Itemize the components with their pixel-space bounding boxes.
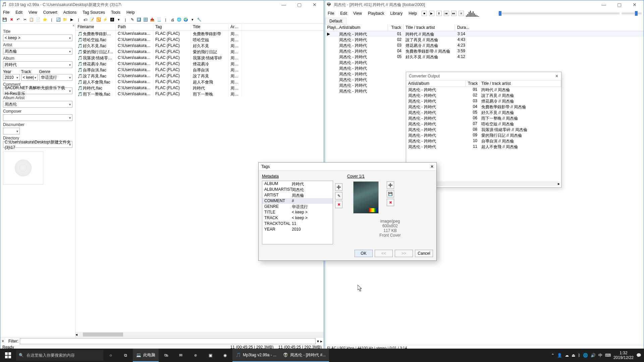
track-field[interactable]: < kee| xyxy=(21,74,38,81)
metadata-table[interactable]: ALBUM跨時代ALBUMARTIST周杰伦ARTIST周杰倫COMMENT#G… xyxy=(262,181,333,244)
volume-icon[interactable]: 🔊 xyxy=(591,353,596,358)
list-item[interactable]: 周杰伦 - 跨時代03煙花易冷 // 周杰倫 xyxy=(406,98,561,104)
filter-close-icon[interactable]: × xyxy=(2,339,7,344)
playlist-icon[interactable]: 📃 xyxy=(156,17,162,23)
network-icon[interactable]: 🌐 xyxy=(583,353,588,358)
list-item[interactable]: 周杰伦 - 跨時代06雨下一整晚 // 周杰倫 xyxy=(406,115,561,121)
col-playing[interactable]: Playi... xyxy=(325,24,337,31)
disc-field[interactable] xyxy=(3,128,20,134)
list-item[interactable]: 周杰伦 - 跨時代10自導自演 // 周杰倫 xyxy=(406,138,561,144)
filter-dropdown-icon[interactable]: ▾ xyxy=(317,339,319,344)
metadata-row[interactable]: COMMENT# xyxy=(262,198,333,204)
taskview-icon[interactable]: ⧉ xyxy=(118,349,133,362)
explorer-taskbar[interactable]: 💻此电脑 xyxy=(133,349,159,362)
table-row[interactable]: 🎵說了再見.flacC:\Users\sakura\Desk...FLAC (F… xyxy=(75,73,324,79)
table-row[interactable]: 🎵煙花易冷.flacC:\Users\sakura\Desk...FLAC (F… xyxy=(75,61,324,67)
filter-input[interactable] xyxy=(20,338,316,344)
col-filename[interactable]: Filename xyxy=(75,24,116,30)
sources-icon[interactable]: 🌍 xyxy=(183,17,189,23)
menu-edit[interactable]: Edit xyxy=(339,10,348,16)
pause-button[interactable]: ⏸ xyxy=(436,11,442,16)
delete-icon[interactable]: ✖ xyxy=(8,17,14,23)
col-path[interactable]: Path xyxy=(116,24,153,30)
maximize-button[interactable]: ▢ xyxy=(611,0,627,9)
close-button[interactable]: ✕ xyxy=(627,0,642,9)
table-row[interactable]: 🎵雨下一整晚.flacC:\Users\sakura\Desk...FLAC (… xyxy=(75,91,324,97)
menu-help[interactable]: Help xyxy=(407,10,418,16)
undo-icon[interactable]: ↶ xyxy=(15,17,21,23)
folder-icon[interactable]: 📁 xyxy=(62,17,68,23)
save-cover-icon[interactable]: 💾 xyxy=(387,190,394,197)
menu-view[interactable]: View xyxy=(27,9,39,15)
col-title[interactable]: Title xyxy=(191,24,228,30)
col-artist-album[interactable]: Artist/album xyxy=(337,24,388,31)
composer-field[interactable] xyxy=(3,114,72,121)
table-row[interactable]: 🎵嘻哈空姐.flacC:\Users\sakura\Desk...FLAC (F… xyxy=(75,37,324,43)
close-button[interactable]: ✕ xyxy=(307,0,322,9)
dropdown-icon[interactable]: ▾ xyxy=(116,17,122,23)
menu-tools[interactable]: Tools xyxy=(110,9,122,15)
minimize-button[interactable]: — xyxy=(276,0,291,9)
playlist-row[interactable]: ▶周杰伦 - 跨時代01跨時代 // 周杰倫3:14 xyxy=(325,31,644,37)
ok-button[interactable]: OK xyxy=(355,250,373,257)
metadata-row[interactable]: GENRE华语流行 xyxy=(262,204,333,209)
cortana-icon[interactable]: ○ xyxy=(103,349,118,362)
table-row[interactable]: 🎵我落淚·情緒零碎.flacC:\Users\sakura\Desk...FLA… xyxy=(75,55,324,61)
list-item[interactable]: 周杰伦 - 跨時代01跨時代 // 周杰倫 xyxy=(406,87,561,93)
artist-field[interactable]: 周杰倫 xyxy=(3,48,72,55)
store-icon[interactable]: 🛍 xyxy=(159,349,173,362)
playlist-row[interactable]: 周杰伦 - 跨時代04免費教學錄影帶 // 周杰倫3:59 xyxy=(325,48,644,54)
album-field[interactable]: 跨時代 xyxy=(3,61,72,68)
menu-file[interactable]: File xyxy=(326,10,335,16)
table-row[interactable]: 🎵跨時代.flacC:\Users\sakura\Desk...FLAC (FL… xyxy=(75,85,324,91)
metadata-row[interactable]: TITLE< keep > xyxy=(262,209,333,215)
paste-icon[interactable]: 📄 xyxy=(35,17,41,23)
metadata-row[interactable]: TRACKTOTAL11 xyxy=(262,221,333,227)
title-field[interactable]: < keep > xyxy=(3,35,72,41)
col-artist[interactable]: Artist xyxy=(228,24,242,30)
powershell-icon[interactable]: ▣ xyxy=(203,349,218,362)
people-icon[interactable]: 👤 xyxy=(557,353,562,358)
close-icon[interactable]: ✕ xyxy=(555,74,558,78)
print-icon[interactable]: 🖨 xyxy=(169,17,175,23)
edge-icon[interactable]: e xyxy=(188,349,203,362)
eject-icon[interactable]: ⏏ xyxy=(572,353,575,358)
col-duration[interactable]: Dura... xyxy=(455,24,467,31)
menu-help[interactable]: Help xyxy=(125,9,136,15)
save-icon[interactable]: 💾 xyxy=(2,17,8,23)
add-field-icon[interactable]: ➕ xyxy=(335,183,342,191)
menu-convert[interactable]: Convert xyxy=(42,9,59,15)
table-row[interactable]: 🎵免費教學錄影帶.flacC:\Users\sakura\Desk...FLAC… xyxy=(75,31,324,37)
list-item[interactable]: 周杰伦 - 跨時代04免費教學錄影帶 // 周杰倫 xyxy=(406,104,561,110)
metadata-row[interactable]: TRACK< keep > xyxy=(262,215,333,221)
foobar-titlebar[interactable]: 👽 周杰伦 - [跨時代 #01] 跨時代 // 周杰倫 [foobar2000… xyxy=(325,0,644,9)
comment-field[interactable]: SACDR.NET 高解析无损音乐下载 Hi-Res音乐 xyxy=(3,87,72,94)
mp3tag-titlebar[interactable]: 🎵 03:19 tag v2.99a - C:\Users\sakura\Des… xyxy=(0,0,324,9)
start-button[interactable] xyxy=(0,349,16,362)
actions-icon[interactable]: ⚡ xyxy=(102,17,108,23)
export-icon[interactable]: 📤 xyxy=(149,17,155,23)
bluetooth-icon[interactable]: ᛒ xyxy=(578,353,580,358)
tag-to-file-icon[interactable]: 🏷 xyxy=(82,17,88,23)
table-row[interactable]: 🎵愛的飛行日記.flacC:\Users\sakura\Desk...FLAC … xyxy=(75,49,324,55)
maximize-button[interactable]: ▢ xyxy=(291,0,307,9)
edit-icon[interactable]: ✎ xyxy=(129,17,135,23)
list-item[interactable]: 周杰伦 - 跨時代08我落淚·情緒零碎 // 周杰倫 xyxy=(406,127,561,132)
playlist-row[interactable]: 周杰伦 - 跨時代05好久不見 // 周杰倫4:12 xyxy=(325,54,644,60)
filter-go-icon[interactable]: ▸ xyxy=(320,339,322,344)
menu-edit[interactable]: Edit xyxy=(14,9,24,15)
notifications-icon[interactable]: 💬 xyxy=(636,353,641,358)
copy-icon[interactable]: 📋 xyxy=(29,17,35,23)
col-artist-album[interactable]: Artist/album xyxy=(406,80,466,86)
tray-up-icon[interactable]: ⌃ xyxy=(551,353,554,358)
mail-icon[interactable]: ✉ xyxy=(173,349,188,362)
stop-button[interactable]: ■ xyxy=(422,11,427,16)
random-button[interactable]: ⤨ xyxy=(459,11,464,16)
menu-view[interactable]: View xyxy=(352,10,363,16)
playlist-row[interactable]: 周杰伦 - 跨時代 xyxy=(325,60,644,65)
cover-image[interactable] xyxy=(353,181,379,214)
menu-actions[interactable]: Actions xyxy=(62,9,78,15)
dropdown2-icon[interactable]: ▾ xyxy=(190,17,196,23)
prev-button[interactable]: << xyxy=(375,250,393,257)
next-button[interactable]: ⏭ xyxy=(451,11,457,16)
